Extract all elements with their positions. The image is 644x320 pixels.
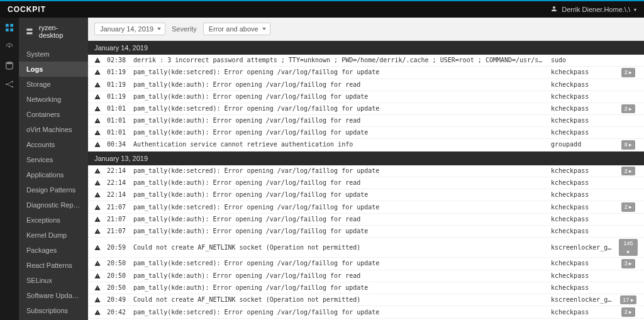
log-row[interactable]: 22:14pam_tally(kde:setcred): Error openi… — [88, 165, 644, 178]
sidebar-item-software-updates[interactable]: Software Updates — [19, 288, 88, 303]
sidebar-item-applications[interactable]: Applications — [19, 167, 88, 182]
log-group-header: January 14, 2019 — [88, 41, 644, 55]
host-selector[interactable]: ryzen-desktop — [19, 18, 88, 47]
log-message: Could not create AF_NETLINK socket (Oper… — [133, 295, 546, 304]
sidebar-item-design-patterns[interactable]: Design Patterns — [19, 182, 88, 197]
rail-speedometer-icon[interactable] — [4, 41, 14, 52]
rail-network-icon[interactable] — [4, 79, 14, 89]
svg-point-5 — [6, 84, 8, 86]
server-icon — [25, 27, 34, 36]
log-message: pam_tally(kde:setcred): Error opening /v… — [133, 203, 546, 212]
log-row[interactable]: 01:19pam_tally(kde:auth): Error opening … — [88, 91, 644, 103]
log-message: pam_tally(kde:setcred): Error opening /v… — [133, 167, 546, 175]
log-count-badge: 2 ▸ — [619, 307, 638, 317]
log-message: pam_tally(kde:auth): Error opening /var/… — [133, 190, 546, 199]
log-message: pam_tally(kde:auth): Error opening /var/… — [133, 284, 546, 292]
log-time: 01:01 — [107, 116, 128, 125]
log-message: pam_tally(kde:auth): Error opening /var/… — [133, 80, 546, 89]
log-group-header: January 13, 2019 — [88, 152, 644, 165]
log-time: 21:07 — [107, 215, 128, 224]
log-time: 20:50 — [107, 284, 128, 292]
log-row[interactable]: 20:49Could not create AF_NETLINK socket … — [88, 294, 644, 307]
sidebar-item-exceptions[interactable]: Exceptions — [19, 212, 88, 228]
log-message: pam_tally(kde:auth): Error opening /var/… — [133, 92, 546, 101]
log-row[interactable]: 20:59Could not create AF_NETLINK socket … — [88, 238, 644, 258]
chevron-down-icon: ▾ — [634, 7, 636, 13]
log-time: 00:34 — [107, 140, 128, 149]
sidebar-item-diagnostic-reports[interactable]: Diagnostic Reports — [19, 197, 88, 212]
log-service: kcheckpass — [551, 80, 614, 89]
log-row[interactable]: 00:34Authentication service cannot retri… — [88, 139, 644, 152]
warning-icon — [94, 192, 102, 198]
log-row[interactable]: 22:14pam_tally(kde:auth): Error opening … — [88, 177, 644, 189]
log-row[interactable]: 21:07pam_tally(kde:auth): Error opening … — [88, 226, 644, 238]
log-message: pam_tally(kde:setcred): Error opening /v… — [133, 68, 546, 77]
log-row[interactable]: 01:01pam_tally(kde:auth): Error opening … — [88, 115, 644, 127]
sidebar-item-accounts[interactable]: Accounts — [19, 137, 88, 152]
sidebar-item-packages[interactable]: Packages — [19, 243, 88, 258]
svg-point-7 — [11, 86, 13, 88]
log-row[interactable]: 22:14pam_tally(kde:auth): Error opening … — [88, 189, 644, 201]
sidebar-item-selinux[interactable]: SELinux — [19, 273, 88, 288]
log-message: pam_tally(kde:auth): Error opening /var/… — [133, 215, 546, 224]
log-count-badge: 145 ▸ — [619, 239, 638, 256]
svg-rect-3 — [10, 28, 13, 31]
sidebar-item-react-patterns[interactable]: React Patterns — [19, 258, 88, 273]
log-time: 01:01 — [107, 128, 128, 137]
log-service: kcheckpass — [551, 167, 614, 175]
sidebar-item-subscriptions[interactable]: Subscriptions — [19, 303, 88, 318]
sidebar-item-logs[interactable]: Logs — [19, 62, 88, 77]
log-service: groupadd — [551, 140, 614, 149]
log-row[interactable]: 01:01pam_tally(kde:setcred): Error openi… — [88, 103, 644, 116]
warning-icon — [94, 204, 102, 211]
log-message: pam_tally(kde:auth): Error opening /var/… — [133, 272, 546, 280]
date-filter-select[interactable]: January 14, 2019 — [94, 23, 165, 35]
log-message: pam_tally(kde:setcred): Error opening /v… — [133, 259, 546, 268]
severity-filter-select[interactable]: Error and above — [203, 23, 270, 35]
log-row[interactable]: 20:42pam_tally(kde:setcred): Error openi… — [88, 306, 644, 319]
log-list[interactable]: January 14, 201902:38derrik : 3 incorrec… — [88, 41, 644, 320]
sidebar-item-services[interactable]: Services — [19, 152, 88, 167]
svg-point-4 — [6, 62, 13, 64]
rail-storage-icon[interactable] — [4, 60, 14, 70]
log-time: 20:50 — [107, 272, 128, 280]
sidebar-item-networking[interactable]: Networking — [19, 92, 88, 107]
log-row[interactable]: 02:38derrik : 3 incorrect password attem… — [88, 55, 644, 67]
log-time: 01:19 — [107, 68, 128, 77]
sidebar-item-ovirt-machines[interactable]: oVirt Machines — [19, 122, 88, 137]
log-service: sudo — [551, 56, 614, 65]
log-count-badge: 2 ▸ — [619, 68, 638, 77]
log-count-badge: 17 ▸ — [619, 295, 638, 305]
warning-icon — [94, 106, 102, 112]
warning-icon — [94, 130, 102, 136]
sidebar-item-kernel-dump[interactable]: Kernel Dump — [19, 228, 88, 243]
log-service: kcheckpass — [551, 284, 614, 292]
log-row[interactable]: 01:19pam_tally(kde:auth): Error opening … — [88, 79, 644, 91]
log-row[interactable]: 20:50pam_tally(kde:setcred): Error openi… — [88, 258, 644, 270]
warning-icon — [94, 180, 102, 186]
log-time: 21:07 — [107, 227, 128, 236]
log-time: 01:01 — [107, 104, 128, 113]
log-row[interactable]: 20:50pam_tally(kde:auth): Error opening … — [88, 270, 644, 282]
log-row[interactable]: 20:50pam_tally(kde:auth): Error opening … — [88, 282, 644, 294]
svg-rect-8 — [26, 28, 32, 30]
log-service: kcheckpass — [551, 227, 614, 236]
log-row[interactable]: 01:01pam_tally(kde:auth): Error opening … — [88, 127, 644, 139]
log-row[interactable]: 21:07pam_tally(kde:setcred): Error openi… — [88, 201, 644, 214]
log-row[interactable]: 21:07pam_tally(kde:auth): Error opening … — [88, 214, 644, 226]
sidebar-item-containers[interactable]: Containers — [19, 107, 88, 122]
log-row[interactable]: 01:19pam_tally(kde:setcred): Error openi… — [88, 67, 644, 79]
logs-toolbar: January 14, 2019 Severity Error and abov… — [88, 18, 644, 41]
warning-icon — [94, 69, 102, 75]
log-count-badge: 2 ▸ — [619, 104, 638, 114]
warning-icon — [94, 141, 102, 148]
log-message: derrik : 3 incorrect password attempts ;… — [133, 56, 546, 65]
warning-icon — [94, 228, 102, 234]
log-service: kcheckpass — [551, 128, 614, 137]
nav-rail — [0, 18, 19, 320]
sidebar-item-storage[interactable]: Storage — [19, 77, 88, 92]
user-menu[interactable]: Derrik Diener.Home.\.\ ▾ — [550, 5, 636, 14]
sidebar-item-system[interactable]: System — [19, 47, 88, 62]
warning-icon — [94, 285, 102, 291]
rail-dashboard-icon[interactable] — [4, 23, 14, 33]
